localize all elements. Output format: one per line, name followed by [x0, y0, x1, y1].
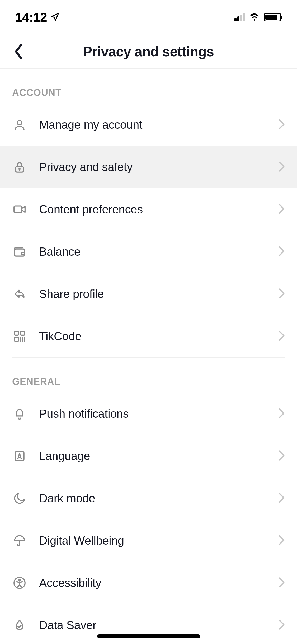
chevron-right-icon	[279, 408, 285, 420]
section-header-general: GENERAL	[0, 358, 297, 393]
chevron-right-icon	[279, 119, 285, 131]
chevron-right-icon	[279, 203, 285, 215]
video-icon	[12, 202, 27, 217]
item-tikcode[interactable]: TikCode	[0, 315, 297, 357]
item-label: Content preferences	[39, 203, 143, 216]
svg-rect-7	[15, 331, 18, 335]
svg-marker-5	[22, 207, 25, 212]
item-balance[interactable]: Balance	[0, 231, 297, 273]
chevron-right-icon	[279, 288, 285, 300]
status-right	[234, 12, 281, 22]
page-title: Privacy and settings	[83, 44, 214, 59]
chevron-right-icon	[279, 492, 285, 504]
chevron-right-icon	[279, 535, 285, 547]
share-icon	[12, 287, 27, 301]
chevron-right-icon	[279, 577, 285, 589]
item-manage-account[interactable]: Manage my account	[0, 104, 297, 146]
item-share-profile[interactable]: Share profile	[0, 273, 297, 315]
item-label: Digital Wellbeing	[39, 534, 124, 547]
item-label: Share profile	[39, 287, 104, 301]
chevron-right-icon	[279, 619, 285, 631]
moon-icon	[12, 491, 27, 506]
user-icon	[12, 117, 27, 132]
item-label: Push notifications	[39, 407, 129, 420]
svg-rect-9	[15, 337, 18, 341]
qrcode-icon	[12, 329, 27, 344]
wifi-icon	[249, 12, 260, 22]
section-header-account: ACCOUNT	[0, 69, 297, 104]
chevron-right-icon	[279, 450, 285, 462]
droplet-icon	[12, 618, 27, 633]
item-label: Balance	[39, 245, 81, 258]
location-icon	[50, 10, 60, 25]
back-button[interactable]	[11, 44, 26, 59]
bell-icon	[12, 406, 27, 421]
chevron-right-icon	[279, 246, 285, 258]
svg-point-0	[17, 120, 22, 125]
umbrella-icon	[12, 533, 27, 548]
item-dark-mode[interactable]: Dark mode	[0, 477, 297, 519]
item-label: Dark mode	[39, 492, 95, 505]
item-digital-wellbeing[interactable]: Digital Wellbeing	[0, 519, 297, 562]
item-label: TikCode	[39, 330, 81, 343]
item-privacy-safety[interactable]: Privacy and safety	[0, 146, 297, 188]
item-label: Data Saver	[39, 619, 96, 632]
language-icon	[12, 449, 27, 463]
cellular-icon	[234, 13, 245, 21]
lock-icon	[12, 160, 27, 174]
item-language[interactable]: Language	[0, 435, 297, 477]
item-label: Accessibility	[39, 576, 101, 590]
item-push-notifications[interactable]: Push notifications	[0, 393, 297, 435]
accessibility-icon	[12, 576, 27, 590]
status-bar: 14:12	[0, 0, 297, 34]
item-label: Privacy and safety	[39, 160, 133, 174]
header: Privacy and settings	[0, 34, 297, 69]
svg-rect-4	[14, 206, 22, 213]
chevron-right-icon	[279, 330, 285, 342]
item-content-preferences[interactable]: Content preferences	[0, 188, 297, 231]
home-indicator[interactable]	[97, 634, 200, 638]
status-left: 14:12	[15, 10, 60, 25]
svg-rect-8	[21, 331, 25, 335]
item-label: Manage my account	[39, 118, 142, 131]
battery-icon	[264, 13, 281, 21]
status-time: 14:12	[15, 10, 47, 25]
item-label: Language	[39, 449, 90, 463]
chevron-right-icon	[279, 161, 285, 173]
item-accessibility[interactable]: Accessibility	[0, 562, 297, 604]
svg-point-16	[19, 579, 20, 581]
wallet-icon	[12, 244, 27, 259]
